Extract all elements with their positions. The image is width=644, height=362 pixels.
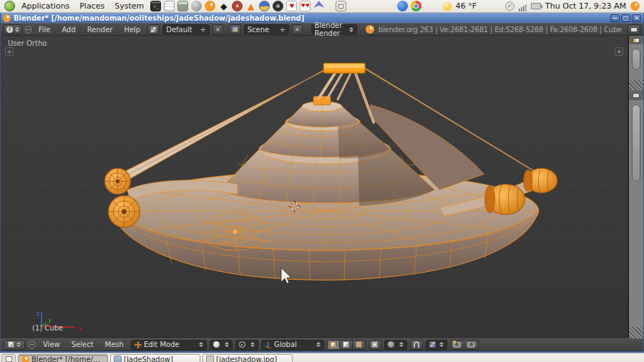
snap-toggle-button[interactable]: [410, 340, 423, 350]
taskbar-item-label: [jadeshadow.jpg]: [216, 356, 277, 362]
render-engine-select[interactable]: Blender Render: [311, 24, 357, 34]
card-game-alt-launcher-icon[interactable]: ♥♥: [300, 1, 311, 11]
weather-sun-icon[interactable]: [443, 2, 452, 11]
editor-type-button-3d[interactable]: [4, 340, 25, 350]
outliner-scrollbar[interactable]: [632, 49, 640, 70]
proportional-edit-select[interactable]: [384, 340, 407, 350]
properties-scroll-track[interactable]: [629, 100, 643, 327]
scene-statistics: blender.org 263 | Ve:2681-2681 | Ed:5268…: [379, 26, 622, 34]
limit-to-visible-button[interactable]: [369, 340, 381, 350]
outliner-header[interactable]: [629, 36, 643, 44]
gimp-launcher-icon[interactable]: [191, 1, 202, 11]
battery-icon[interactable]: [531, 3, 541, 9]
unlink-layout-button[interactable]: ✕: [213, 24, 223, 34]
top-panel: Applications Places System >_ ◆ ▲ ♥ ♥♥ 4…: [0, 0, 644, 13]
pivot-point-select[interactable]: [235, 340, 258, 350]
opengl-render-anim-icon: [467, 342, 475, 348]
viewport-3d[interactable]: z x y User Ortho (1) Cube + +: [1, 36, 628, 338]
file-menu[interactable]: File: [34, 26, 55, 34]
chrome-icon-center: [414, 4, 419, 9]
scene-browse-button[interactable]: [229, 24, 241, 34]
add-scene-icon[interactable]: +: [279, 26, 285, 34]
properties-header[interactable]: [629, 90, 643, 100]
blender-tray-icon[interactable]: [630, 1, 640, 11]
screen-browse-button[interactable]: [147, 24, 160, 34]
taskbar-item-folder[interactable]: [JadeShadow]: [110, 354, 200, 362]
snap-element-select[interactable]: [426, 340, 447, 350]
applications-menu[interactable]: Applications: [16, 1, 74, 11]
add-layout-icon[interactable]: +: [200, 26, 206, 34]
viewport-canvas[interactable]: z x y: [1, 36, 628, 338]
opengl-render-anim-button[interactable]: [464, 340, 479, 350]
inkscape-launcher-icon[interactable]: ◆: [218, 1, 229, 11]
screen-layout-field[interactable]: Default +: [162, 24, 210, 34]
blender-logo-icon: [366, 25, 374, 34]
window-title: Blender* [/home/mandoman/ooliteships/Jad…: [14, 14, 304, 22]
window-duplicate-button[interactable]: [628, 24, 640, 34]
window-resize-corner[interactable]: [629, 327, 643, 338]
vertex-select-button[interactable]: [327, 340, 340, 350]
toolshelf-toggle-button[interactable]: +: [5, 47, 14, 56]
places-menu[interactable]: Places: [74, 1, 109, 11]
face-select-button[interactable]: [353, 340, 366, 350]
help-menu[interactable]: Help: [119, 26, 145, 34]
select-menu[interactable]: Select: [67, 341, 98, 348]
signal-bar-4: [525, 4, 527, 11]
network-signal-icon[interactable]: [517, 1, 528, 11]
editor-resize-corner[interactable]: [629, 80, 643, 90]
unlink-scene-button[interactable]: ✕: [292, 24, 303, 34]
viewport-shading-select[interactable]: [210, 340, 233, 350]
opengl-render-button[interactable]: [450, 340, 464, 350]
orientation-chevron-icon: [316, 342, 321, 347]
window-selector-icon[interactable]: [336, 1, 346, 11]
collapse-menus-button[interactable]: −: [25, 26, 31, 34]
card-game-launcher-icon[interactable]: ♥: [286, 1, 297, 11]
update-shield-icon[interactable]: ✓: [505, 1, 514, 11]
maximize-button[interactable]: ▢: [621, 14, 630, 22]
add-menu[interactable]: Add: [57, 26, 79, 34]
signal-bar-2: [521, 7, 522, 11]
media-player-launcher-icon[interactable]: ▲: [245, 1, 256, 11]
editor-type-button[interactable]: i: [4, 24, 22, 34]
info-editor-icon: i: [6, 26, 13, 33]
close-button[interactable]: ✕: [632, 14, 641, 22]
ship-model[interactable]: [104, 63, 557, 280]
scene-field[interactable]: Scene +: [244, 24, 289, 34]
audio-player-launcher-icon[interactable]: [259, 1, 270, 11]
distro-menu-icon[interactable]: [4, 1, 15, 11]
signal-bar-1: [519, 9, 520, 11]
battery-tip: [541, 5, 542, 8]
axis-y-label: y: [48, 316, 52, 323]
properties-panel-toggle-button[interactable]: +: [615, 47, 623, 56]
clock[interactable]: Thu Oct 17, 9:23 AM: [542, 1, 629, 11]
viewport-row: z x y User Ortho (1) Cube + +: [1, 36, 643, 338]
mode-select[interactable]: Edit Mode: [131, 340, 207, 350]
face-select-icon: [356, 341, 362, 348]
render-engine-value: Blender Render: [315, 21, 347, 37]
show-desktop-button[interactable]: [1, 354, 16, 362]
transform-orientation-select[interactable]: Global: [261, 340, 324, 350]
taskbar-item-image[interactable]: [jadeshadow.jpg]: [203, 354, 293, 362]
text-editor-launcher-icon[interactable]: [164, 1, 175, 11]
disc-burner-launcher-icon[interactable]: [232, 1, 243, 11]
thunderbird-icon[interactable]: [397, 1, 408, 11]
render-menu[interactable]: Render: [83, 26, 117, 34]
outliner-icon: [633, 38, 640, 43]
properties-scrollbar[interactable]: [632, 104, 640, 182]
opengl-render-image-icon: [453, 342, 461, 348]
calculator-launcher-icon[interactable]: [177, 1, 188, 11]
webcam-launcher-icon[interactable]: [273, 1, 283, 11]
taskbar-item-blender[interactable]: Blender* [/home/man...: [18, 354, 108, 362]
chrome-icon[interactable]: [411, 1, 421, 11]
collapse-menus-button-3d[interactable]: −: [28, 341, 36, 348]
terminal-launcher-icon[interactable]: >_: [150, 1, 161, 11]
weather-temperature[interactable]: 46 °F: [453, 1, 479, 11]
edge-select-button[interactable]: [340, 340, 353, 350]
mesh-menu[interactable]: Mesh: [101, 341, 128, 348]
engine-chevron-icon: [349, 27, 353, 32]
minimize-button[interactable]: —: [610, 14, 620, 22]
outliner-scroll-track[interactable]: [629, 44, 643, 80]
system-menu[interactable]: System: [109, 1, 149, 11]
blender-launcher-icon[interactable]: [205, 1, 215, 11]
view-menu[interactable]: View: [39, 341, 64, 348]
